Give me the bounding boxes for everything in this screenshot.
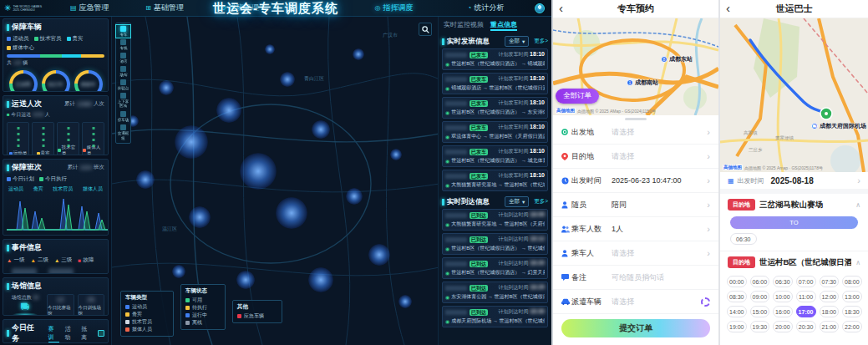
time-slot[interactable]: 14:00 <box>727 306 747 317</box>
map-layer-item[interactable]: 酒店 <box>116 52 130 64</box>
back-icon[interactable]: ‹ <box>726 1 730 15</box>
map-layer-item[interactable]: 场馆 <box>116 65 130 78</box>
legend-dot <box>237 314 241 318</box>
time-slot[interactable]: 07:30 <box>820 276 840 287</box>
user-avatar[interactable] <box>535 3 545 13</box>
time-slot[interactable]: 08:30 <box>727 291 747 302</box>
time-slot[interactable]: 10:00 <box>773 291 793 302</box>
field-assigned-vehicle[interactable]: 派遣车辆 请选择 <box>553 290 718 314</box>
time-slot[interactable]: 16:00 <box>773 306 793 317</box>
tasks-widget-icon[interactable] <box>98 330 104 337</box>
tab-key-info[interactable]: 重点信息 <box>490 20 517 31</box>
time-slot[interactable]: 13:00 <box>842 291 862 302</box>
to-direction-pill[interactable]: TO <box>730 216 858 229</box>
field-passenger[interactable]: 乘车人 请选择 › <box>553 241 718 266</box>
departure-card[interactable]: 已发车 计划发车时间 18:10 ◉ 世运村B区（世纪城假日酒店） → 东安湖体… <box>442 97 548 119</box>
bus-departure-date-row[interactable]: ▦ 出发时间 2025-08-18 › <box>720 172 868 194</box>
time-slot[interactable]: 22:00 <box>842 321 862 332</box>
legend-item: 贵宾 <box>67 35 84 43</box>
time-slot[interactable]: 20:00 <box>773 321 793 332</box>
field-origin[interactable]: 出发地 请选择 › <box>553 120 718 145</box>
time-slot[interactable]: 06:00 <box>750 276 770 287</box>
time-slot[interactable]: 06:30 <box>730 233 757 245</box>
time-slot[interactable]: 11:00 <box>796 291 816 302</box>
chevron-up-icon[interactable]: ∧ <box>855 259 860 266</box>
time-slot[interactable]: 19:00 <box>727 321 747 332</box>
destination-pin-icon <box>561 153 568 160</box>
app2-map[interactable]: ⛟ 成都天府国际机场 高家镇 董家埂镇 三岔乡 高德地图高德地图 © 2025 … <box>720 18 868 172</box>
map-attribution: 高德地图 © 2025 Amap · GS(2025)1178号 <box>744 165 823 170</box>
time-slot[interactable]: 21:00 <box>820 321 840 332</box>
map-marker-station-south[interactable]: 1 成都南站 <box>627 79 658 87</box>
arrival-card[interactable]: 已到达 计划到达时间 18:30 ◉ 成都天府国际机场 → 世运村B区（世纪城假… <box>442 306 548 327</box>
panel-venues: 场馆信息 场馆总数 58 ⛟ 12 今日比赛场馆 26 <box>3 277 109 316</box>
heat-bubble <box>136 170 155 189</box>
event-level-label: 故障 <box>83 256 94 264</box>
messages-panel: 实时监控视频 重点信息 实时发班信息 全部▾ 更多> <box>439 17 551 345</box>
field-passenger-count[interactable]: 乘车人数 1人 › <box>553 217 718 241</box>
time-value: 18:10 <box>530 124 545 129</box>
map-layer-item[interactable]: 上下客区域 <box>116 92 130 109</box>
time-slot[interactable]: 06:30 <box>773 276 793 287</box>
time-slot[interactable]: 19:30 <box>750 321 770 332</box>
field-departure-time[interactable]: 出发时间 2025-06-23 10:47:00 › <box>553 169 718 193</box>
arrivals-filter-dropdown[interactable]: 全部▾ <box>505 196 529 207</box>
back-icon[interactable]: ‹ <box>559 1 563 15</box>
refresh-vehicle-spinner-icon[interactable] <box>701 297 710 307</box>
map-marker-station-east[interactable]: 8 成都东站 <box>661 55 693 63</box>
departures-more-link[interactable]: 更多> <box>534 38 548 45</box>
departures-filter-dropdown[interactable]: 全部▾ <box>505 36 529 47</box>
map-search-button[interactable] <box>419 23 432 36</box>
chevron-up-icon[interactable]: ∧ <box>855 201 860 209</box>
departure-card[interactable]: 已发车 计划发车时间 18:10 ◉ 双流体育中心 → 世运村B区（天府假日酒店… <box>442 121 548 143</box>
all-orders-button[interactable]: 全部订单 <box>556 89 599 104</box>
field-destination[interactable]: 目的地 请选择 › <box>553 145 718 169</box>
tab-tasks-activity[interactable]: 活动 <box>64 325 76 342</box>
nav-item[interactable]: ▤ 应急管理 <box>70 3 109 13</box>
departure-card[interactable]: 已发车 计划发车时间 18:10 ◉ 世运村B区（世纪城假日酒店） → 城北体育… <box>442 145 548 167</box>
vehicle-gauge: 执行中 <box>42 70 70 92</box>
time-slot[interactable]: 18:30 <box>842 306 862 317</box>
nav-item-label: 基础管理 <box>154 3 184 13</box>
time-slot[interactable]: 08:00 <box>842 276 862 287</box>
app1-map[interactable]: 8 成都东站 1 成都南站 全部订单 高德地图高德地图 © 2025 AMap … <box>553 18 718 115</box>
time-slot[interactable]: 12:00 <box>820 291 840 302</box>
field-remark[interactable]: 备注 可给随员捎句话 <box>553 266 718 290</box>
arrival-card[interactable]: 已到达 计划到达时间 18:25 ◉ 东安湖体育公园 → 世运村B区（世纪城假日… <box>442 282 548 303</box>
station-row-2[interactable]: 目的地 世运村B区（世纪城假日酒店） ∧ <box>720 251 868 271</box>
field-attendant[interactable]: 随员 陪同 › <box>553 193 718 217</box>
route-text: 双流体育中心 → 世运村B区（天府假日酒店） <box>451 133 545 140</box>
time-slot[interactable]: 17:00 <box>796 306 816 317</box>
dispatch-map[interactable]: 广汉市 青白江区 温江区 专车 专线 <box>111 17 439 345</box>
time-value: 18:25 <box>530 284 545 290</box>
arrival-card[interactable]: 已到达 计划到达时间 18:20 ◉ 世运村B区（世纪城假日酒店） → 幻景天府… <box>442 257 548 279</box>
arrivals-more-link[interactable]: 更多> <box>534 198 548 205</box>
nav-item[interactable]: ◔ 统计分析 <box>468 3 505 13</box>
nav-item[interactable]: ⊞ 基础管理 <box>145 3 184 13</box>
station-row-1[interactable]: 目的地 三岔湖马鞍山赛场 ∧ <box>720 194 868 214</box>
time-slot[interactable]: 18:00 <box>820 306 840 317</box>
status-badge: 已到达 <box>470 261 488 267</box>
map-layer-item[interactable]: 专线 <box>116 38 130 51</box>
arrival-card[interactable]: 已到达 计划到达时间 18:12 ◉ 世运村B区（世纪城假日酒店） → 世纪城假… <box>442 233 548 255</box>
map-layer-item[interactable]: 停车场 <box>116 110 130 123</box>
map-layer-label: 场馆 <box>119 72 127 76</box>
departure-card[interactable]: 已发车 计划发车时间 18:10 ◉ 大熊猫繁育研究基地 → 世运村B区（世纪城… <box>442 170 548 191</box>
submit-order-button[interactable]: 提交订单 <box>561 319 710 337</box>
departure-card[interactable]: 已发车 计划发车时间 18:10 ◉ 锦城观邸酒店 → 世运村B区（世纪城假日酒… <box>442 73 548 94</box>
time-slot[interactable]: 07:00 <box>796 276 816 287</box>
nav-item[interactable]: ◎ 指挥调度 <box>375 3 414 13</box>
time-slot[interactable]: 15:00 <box>750 306 770 317</box>
tab-tasks-competition[interactable]: 赛训 <box>48 325 60 342</box>
time-slot[interactable]: 00:00 <box>727 276 747 287</box>
time-slot[interactable]: 09:00 <box>750 291 770 302</box>
map-marker-airport[interactable]: ⛟ 成都天府国际机场 <box>811 122 866 130</box>
tab-tasks-arrival[interactable]: 抵离 <box>81 325 93 342</box>
map-layer-item[interactable]: 专车 <box>116 25 130 38</box>
tab-live-video[interactable]: 实时监控视频 <box>444 20 484 31</box>
departure-card[interactable]: 已发车 计划发车时间 18:10 ◉ 世运村B区（世纪城假日酒店） → 锦城观邸… <box>442 48 548 70</box>
arrival-card[interactable]: 已到达 计划到达时间 18:05 ◉ 大熊猫繁育研究基地 → 世运村B区（天府假… <box>442 209 548 231</box>
map-layer-item[interactable]: 交通枢纽 <box>116 124 130 141</box>
map-layer-item[interactable]: 接驳点 <box>116 79 130 91</box>
time-slot[interactable]: 20:30 <box>796 321 816 332</box>
